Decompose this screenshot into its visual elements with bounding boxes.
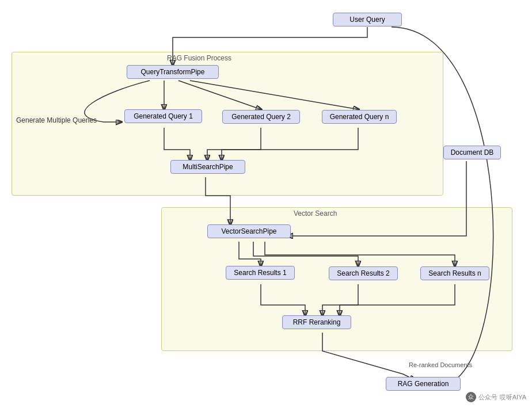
- document-db-node: Document DB: [443, 146, 501, 159]
- user-query-node: User Query: [333, 13, 402, 26]
- rag-generation-node: RAG Generation: [386, 377, 461, 391]
- rag-fusion-label: RAG Fusion Process: [167, 54, 231, 62]
- multi-search-node: MultiSearchPipe: [170, 160, 245, 174]
- watermark-icon: 众: [466, 392, 476, 402]
- search-results-2-node: Search Results 2: [329, 266, 398, 280]
- generated-query-1-node: Generated Query 1: [124, 109, 202, 123]
- vector-search-label: Vector Search: [294, 209, 337, 218]
- search-results-1-node: Search Results 1: [226, 266, 295, 280]
- generated-query-2-node: Generated Query 2: [222, 110, 300, 124]
- reranked-docs-label: Re-ranked Documents: [409, 361, 472, 368]
- watermark-text1: 公众号: [478, 393, 497, 402]
- generate-multiple-label: Generate Multiple Queries: [16, 116, 97, 124]
- rrf-reranking-node: RRF Reranking: [282, 315, 351, 329]
- search-results-n-node: Search Results n: [420, 266, 489, 280]
- vector-search-node: VectorSearchPipe: [207, 224, 291, 238]
- watermark-text2: 哎呀AIYA: [500, 393, 526, 402]
- watermark: 众 公众号 哎呀AIYA: [466, 392, 526, 402]
- query-transform-node: QueryTransformPipe: [127, 65, 219, 79]
- generated-query-n-node: Generated Query n: [322, 110, 397, 124]
- diagram-container: RAG Fusion Process Vector Search: [0, 0, 532, 408]
